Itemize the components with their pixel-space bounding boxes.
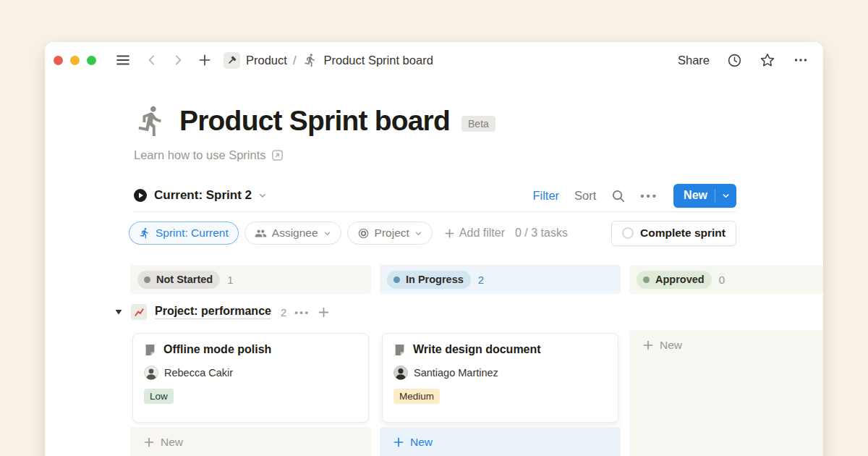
people-icon bbox=[255, 227, 267, 240]
play-circle-icon bbox=[133, 188, 148, 203]
new-button-chevron-icon[interactable] bbox=[715, 189, 736, 203]
new-card-label: New bbox=[410, 436, 433, 449]
beta-badge: Beta bbox=[461, 116, 495, 132]
back-button[interactable] bbox=[145, 54, 158, 67]
project-filter-chip[interactable]: Project bbox=[347, 221, 433, 245]
status-pill-approved[interactable]: Approved bbox=[637, 271, 712, 289]
column-name: In Progress bbox=[406, 274, 464, 285]
group-header: Project: performance 2 ••• bbox=[114, 302, 330, 322]
sprint-selector[interactable]: Current: Sprint 2 bbox=[133, 188, 267, 203]
new-card-button-in-progress[interactable]: New bbox=[380, 427, 621, 456]
column-count: 2 bbox=[478, 274, 484, 286]
column-header-not-started: Not Started 1 bbox=[130, 265, 371, 294]
column-header-in-progress: In Progress 2 bbox=[380, 265, 621, 294]
status-pill-in-progress[interactable]: In Progress bbox=[387, 271, 471, 289]
sprint-filter-label: Sprint: Current bbox=[156, 227, 229, 240]
sprint-selector-label: Current: Sprint 2 bbox=[154, 188, 252, 203]
new-button[interactable]: New bbox=[673, 184, 736, 208]
avatar bbox=[144, 366, 158, 380]
new-card-button-not-started[interactable]: New bbox=[130, 427, 371, 456]
status-pill-not-started[interactable]: Not Started bbox=[137, 271, 220, 289]
breadcrumb-parent[interactable]: Product bbox=[246, 54, 287, 67]
breadcrumb-current[interactable]: Product Sprint board bbox=[323, 54, 433, 67]
card-assignee: Santiago Martinez bbox=[393, 366, 607, 380]
plus-icon bbox=[444, 228, 455, 239]
group-count: 2 bbox=[281, 306, 286, 318]
external-link-icon bbox=[271, 149, 284, 161]
status-dot bbox=[643, 276, 650, 283]
add-page-icon[interactable] bbox=[197, 53, 212, 67]
new-card-label: New bbox=[660, 339, 682, 352]
breadcrumb-separator: / bbox=[293, 54, 297, 67]
sprint-filter-chip[interactable]: Sprint: Current bbox=[129, 221, 239, 245]
forward-button[interactable] bbox=[171, 54, 184, 67]
card-title: Write design document bbox=[413, 343, 541, 356]
hammer-icon[interactable] bbox=[224, 52, 240, 69]
sort-button[interactable]: Sort bbox=[574, 189, 596, 203]
page-doc-icon bbox=[144, 344, 156, 356]
chart-icon bbox=[131, 304, 147, 320]
column-name: Approved bbox=[655, 274, 705, 285]
group-title[interactable]: Project: performance bbox=[155, 305, 271, 319]
priority-tag: Low bbox=[144, 389, 174, 404]
toolbar-divider bbox=[133, 211, 736, 212]
page-doc-icon bbox=[393, 344, 406, 356]
page-header: Product Sprint board Beta bbox=[135, 104, 495, 138]
zoom-window-button[interactable] bbox=[87, 56, 96, 65]
column-header-approved: Approved 0 bbox=[629, 265, 823, 294]
page-runner-icon[interactable] bbox=[135, 104, 168, 138]
task-card-offline-mode-polish[interactable]: Offline mode polish Rebecca Cakir Low bbox=[132, 333, 369, 423]
add-filter-label: Add filter bbox=[459, 227, 505, 240]
page-title[interactable]: Product Sprint board bbox=[179, 105, 450, 137]
view-more-icon[interactable]: ••• bbox=[640, 190, 658, 202]
new-button-label: New bbox=[673, 189, 715, 202]
status-dot bbox=[144, 276, 150, 283]
collapse-triangle-icon[interactable] bbox=[114, 308, 123, 316]
share-button[interactable]: Share bbox=[678, 54, 710, 67]
priority-tag: Medium bbox=[393, 389, 440, 404]
help-link-label: Learn how to use Sprints bbox=[134, 148, 266, 162]
avatar bbox=[393, 366, 408, 380]
app-window: Product / Product Sprint board Share Pr bbox=[45, 42, 823, 456]
card-assignee: Rebecca Cakir bbox=[144, 366, 357, 380]
add-filter-button[interactable]: Add filter bbox=[444, 227, 505, 240]
column-name: Not Started bbox=[156, 274, 213, 285]
minimize-window-button[interactable] bbox=[70, 56, 80, 65]
history-clock-icon[interactable] bbox=[727, 53, 742, 68]
favorite-star-icon[interactable] bbox=[760, 52, 775, 68]
group-add-icon[interactable] bbox=[318, 306, 330, 318]
complete-sprint-button[interactable]: Complete sprint bbox=[611, 221, 736, 246]
help-link[interactable]: Learn how to use Sprints bbox=[134, 148, 284, 162]
project-filter-label: Project bbox=[375, 227, 409, 240]
traffic-lights bbox=[54, 56, 96, 65]
window-titlebar: Product / Product Sprint board Share bbox=[45, 42, 823, 78]
group-more-icon[interactable]: ••• bbox=[294, 307, 310, 318]
complete-sprint-label: Complete sprint bbox=[640, 227, 726, 240]
task-progress: 0 / 3 tasks bbox=[515, 227, 568, 240]
status-dot bbox=[393, 276, 400, 283]
progress-circle-icon bbox=[622, 227, 634, 239]
assignee-filter-chip[interactable]: Assignee bbox=[244, 221, 341, 245]
plus-icon bbox=[143, 436, 155, 448]
filter-bar: Sprint: Current Assignee Project Add fil… bbox=[129, 220, 736, 246]
assignee-name: Rebecca Cakir bbox=[164, 367, 233, 379]
runner-icon bbox=[139, 227, 150, 239]
task-card-write-design-document[interactable]: Write design document Santiago Martinez … bbox=[382, 333, 618, 423]
new-card-button-approved[interactable]: New bbox=[629, 330, 823, 360]
close-window-button[interactable] bbox=[54, 56, 63, 65]
search-icon[interactable] bbox=[611, 189, 625, 203]
runner-icon bbox=[303, 53, 318, 67]
view-toolbar: Current: Sprint 2 Filter Sort ••• New bbox=[133, 182, 736, 208]
filter-button[interactable]: Filter bbox=[532, 189, 559, 203]
chevron-down-icon bbox=[323, 229, 331, 237]
assignee-name: Santiago Martinez bbox=[414, 367, 498, 379]
chevron-down-icon bbox=[258, 191, 267, 200]
sidebar-menu-icon[interactable] bbox=[115, 52, 131, 68]
assignee-filter-label: Assignee bbox=[272, 227, 318, 240]
chevron-down-icon bbox=[414, 229, 422, 237]
column-count: 1 bbox=[227, 274, 233, 286]
approved-column-body: New bbox=[629, 330, 823, 456]
target-icon bbox=[357, 227, 370, 240]
more-options-icon[interactable] bbox=[793, 52, 809, 68]
not-started-column-footer: New bbox=[130, 427, 371, 456]
